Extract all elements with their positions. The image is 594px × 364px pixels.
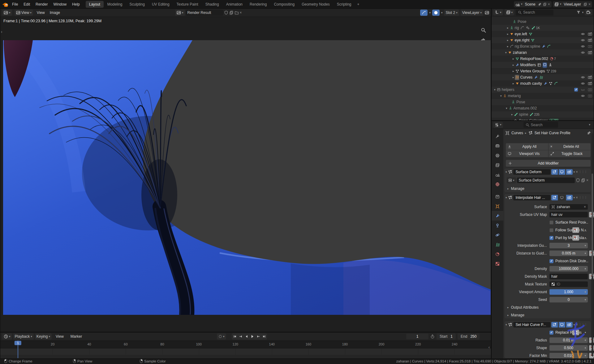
zoom-icon[interactable] xyxy=(481,28,486,33)
part-by-mesh-islands-checkbox[interactable] xyxy=(549,236,553,240)
jump-to-start-button[interactable] xyxy=(232,333,238,340)
radius-slider[interactable]: 0.01 m xyxy=(549,337,588,343)
delete-modifier-icon[interactable]: × xyxy=(576,195,578,200)
tab-physics[interactable] xyxy=(492,230,503,240)
hide-viewport-icon[interactable] xyxy=(581,38,585,42)
disclosure-icon[interactable]: ▾ xyxy=(494,88,496,91)
outliner-row-pose-clipped[interactable]: Pose xyxy=(492,19,594,25)
animate-dot[interactable] xyxy=(585,253,586,254)
layer-dropdown[interactable]: ViewLayer▾ xyxy=(461,10,483,16)
workspace-tab-modeling[interactable]: Modeling xyxy=(104,1,126,8)
image-datablock-name[interactable]: Render Result xyxy=(186,10,223,16)
collection-checkbox[interactable] xyxy=(574,88,578,92)
unlink-icon[interactable]: × xyxy=(584,205,586,209)
disable-render-icon[interactable] xyxy=(588,94,592,98)
workspace-tab-uv-editing[interactable]: UV Editing xyxy=(148,1,173,8)
unlink-icon[interactable]: × xyxy=(586,178,588,182)
surface-object-field[interactable]: zaharan × xyxy=(549,204,588,210)
tab-material[interactable] xyxy=(492,249,503,259)
region-expand-icon[interactable]: › xyxy=(1,29,2,34)
close-icon[interactable]: × xyxy=(588,2,591,6)
outliner-row-helpers[interactable]: ▾ helpers xyxy=(492,87,594,93)
replace-radius-checkbox[interactable] xyxy=(549,331,553,335)
display-channels-dropdown[interactable] xyxy=(432,10,440,16)
image-canvas[interactable]: Frame:1 | Time:00:23.96 | Mem:128.10M, P… xyxy=(0,17,491,332)
hide-viewport-icon[interactable] xyxy=(581,81,585,86)
density-mask-field[interactable]: hair xyxy=(549,274,588,279)
extras-chevron-icon[interactable]: ▾ xyxy=(574,196,575,199)
keying-menu[interactable]: Keying▾ xyxy=(35,333,52,340)
editor-type-button[interactable]: ▾ xyxy=(493,9,503,15)
outliner-row-bone-collections[interactable]: ▸ Bone Collections 23 xyxy=(492,118,594,121)
collapse-icon[interactable]: ▾ xyxy=(506,171,507,173)
scene-selector[interactable]: ▾ Scene × xyxy=(514,1,552,7)
marker-menu[interactable]: Marker xyxy=(68,333,85,340)
pin-icon[interactable] xyxy=(587,131,591,135)
mask-texture-field[interactable]: ID xyxy=(549,281,588,287)
slot-dropdown[interactable]: Slot 2▾ xyxy=(444,10,459,16)
tab-constraints[interactable] xyxy=(492,221,503,230)
outliner-row-spine[interactable]: ▸ spine 235 xyxy=(492,111,594,118)
tab-data[interactable] xyxy=(492,240,503,249)
tab-output[interactable] xyxy=(492,151,503,160)
blender-logo-icon[interactable] xyxy=(2,2,8,7)
options-chevron-icon[interactable]: ▾ xyxy=(589,123,592,126)
tab-tool[interactable] xyxy=(492,131,503,141)
poisson-disk-checkbox[interactable] xyxy=(549,259,553,263)
interpolation-guides-slider[interactable]: 3 xyxy=(549,243,588,248)
tab-collection[interactable] xyxy=(492,192,503,201)
frame-start-field[interactable]: Start1 xyxy=(437,333,456,340)
outliner-row-eye-right[interactable]: ▸ eye.right xyxy=(492,37,594,43)
disclosure-icon[interactable]: ▸ xyxy=(507,45,509,48)
display-mode-dropdown[interactable]: ▾ xyxy=(505,9,514,15)
animate-dot[interactable] xyxy=(585,340,586,341)
disable-render-icon[interactable] xyxy=(588,32,592,36)
disclosure-icon[interactable]: ▸ xyxy=(513,82,514,85)
outliner-row-rig-bone-spline[interactable]: ▸ rig:Bone:spline xyxy=(492,43,594,49)
tab-scene[interactable] xyxy=(492,170,503,179)
animate-dot[interactable] xyxy=(585,229,586,231)
tab-texture[interactable] xyxy=(492,259,503,268)
factor-min-slider[interactable]: 0.010 xyxy=(549,353,588,358)
menu-edit[interactable]: Edit xyxy=(21,1,33,7)
workspace-tab-scripting[interactable]: Scripting xyxy=(334,1,355,8)
fake-user-icon[interactable] xyxy=(576,178,580,182)
realtime-toggle[interactable] xyxy=(559,169,565,175)
copy-icon[interactable] xyxy=(581,178,585,182)
workspace-tab-animation[interactable]: Animation xyxy=(223,1,246,8)
disable-render-icon[interactable] xyxy=(588,81,592,86)
editor-type-button[interactable]: ▾ xyxy=(2,10,12,16)
hide-viewport-icon[interactable] xyxy=(581,32,585,36)
menu-image[interactable]: Image xyxy=(49,10,61,15)
outliner-row-pose[interactable]: Pose xyxy=(492,99,594,105)
editor-type-button[interactable]: ▾ xyxy=(2,333,12,340)
collapse-icon[interactable]: ▾ xyxy=(506,323,507,326)
disclosure-icon[interactable]: ▸ xyxy=(513,70,514,73)
animate-dot[interactable] xyxy=(585,355,586,356)
jump-to-end-button[interactable] xyxy=(261,333,267,340)
workspace-tab-layout[interactable]: Layout xyxy=(86,1,104,8)
breadcrumb-object[interactable]: Curves xyxy=(511,131,523,135)
close-icon[interactable]: × xyxy=(548,2,550,6)
tab-object[interactable] xyxy=(492,201,503,211)
gizmos-dropdown[interactable] xyxy=(420,10,428,16)
outliner-row-vertex-groups[interactable]: ▸ Vertex Groups 239 xyxy=(492,68,594,74)
browse-node-group-button[interactable]: ▾ xyxy=(507,177,516,183)
breadcrumb-modifier[interactable]: Set Hair Curve Profile xyxy=(535,131,570,135)
toggle-stack-button[interactable]: Toggle Stack xyxy=(549,150,591,157)
extras-chevron-icon[interactable]: ▾ xyxy=(574,171,575,173)
animate-dot[interactable] xyxy=(585,332,586,333)
attribute-toggle-button[interactable] xyxy=(572,227,579,233)
fake-user-icon[interactable] xyxy=(224,11,228,15)
realtime-toggle[interactable] xyxy=(559,322,565,328)
animate-dot[interactable] xyxy=(585,237,586,238)
hide-viewport-icon[interactable] xyxy=(581,94,585,98)
outliner-search[interactable]: Search xyxy=(516,10,553,15)
add-workspace-button[interactable]: + xyxy=(355,1,362,8)
hide-viewport-icon[interactable] xyxy=(581,75,585,79)
playhead-badge[interactable]: 1 xyxy=(15,341,21,345)
disable-render-icon[interactable] xyxy=(588,38,592,42)
manage-section[interactable]: ▸Manage xyxy=(507,312,524,318)
realtime-toggle[interactable] xyxy=(559,195,565,200)
hide-viewport-icon[interactable] xyxy=(581,88,585,92)
